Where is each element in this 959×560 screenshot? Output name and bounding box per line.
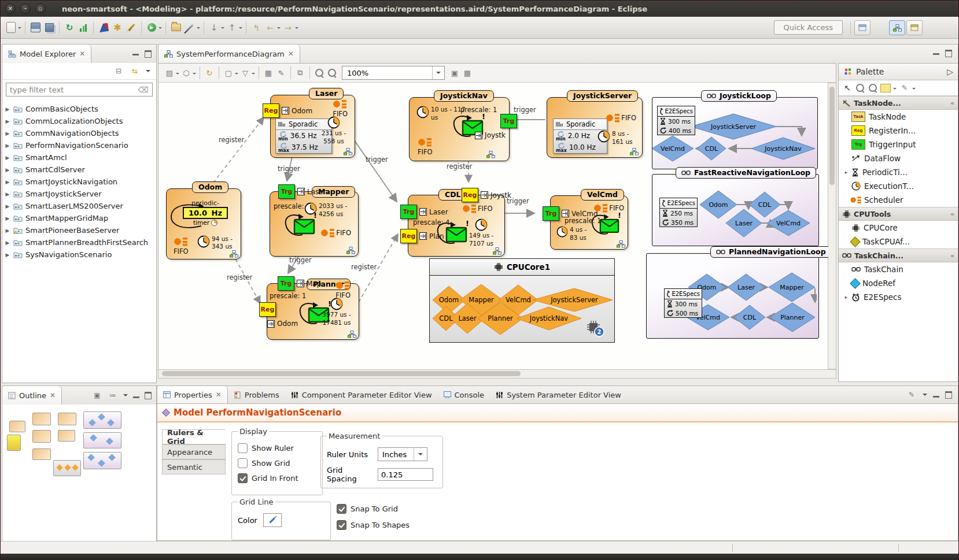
pin-icon[interactable]: «	[950, 99, 954, 107]
forward-icon[interactable]: →	[282, 22, 294, 34]
quick-access-button[interactable]: Quick Access	[774, 20, 843, 35]
expand-icon[interactable]: ▶	[5, 167, 10, 173]
expand-icon[interactable]: ▶	[5, 155, 10, 161]
loop-node-label[interactable]: Mapper	[780, 284, 804, 291]
open-perspective-button[interactable]	[854, 20, 871, 35]
minimize-view-icon[interactable]	[132, 54, 139, 55]
palette-item-periodictimer[interactable]: ▸PeriodicTi...	[839, 165, 958, 179]
subdiagram-icon[interactable]	[346, 247, 355, 254]
tab-rulers-grid[interactable]: Rulers & Grid	[162, 429, 226, 444]
tree-item[interactable]: ▶SmartJoystickNavigation	[5, 176, 156, 188]
scrollbar-thumb[interactable]	[162, 371, 521, 376]
loop-title-tab[interactable]: PlannedNavigationLoop	[710, 246, 829, 258]
outline-tree-icon[interactable]: ≔	[108, 390, 118, 400]
search-input[interactable]: type filter text ⌫	[6, 83, 153, 97]
palette-item-cpucore[interactable]: CPUCore	[839, 221, 958, 235]
subdiagram-icon[interactable]	[348, 331, 356, 338]
refresh-representation-icon[interactable]: ↻	[64, 22, 75, 34]
color-picker-button[interactable]	[263, 513, 282, 527]
zoom-in-icon[interactable]	[314, 68, 324, 78]
mark-icon[interactable]	[184, 22, 196, 34]
tree-item[interactable]: ▶SmartPioneerBaseServer	[5, 224, 156, 236]
cpu-core-container[interactable]: CPUCore1 Odom Mapper VelCmd JoystickServ…	[429, 258, 615, 343]
tree-item[interactable]: ▶CommBasicObjects	[5, 103, 156, 115]
maximize-editor-icon[interactable]	[945, 50, 952, 57]
mark-dropdown-icon[interactable]	[197, 27, 200, 31]
periodic-activation[interactable]: periodic- 10.0Hz timer	[183, 199, 228, 226]
grid-spacing-input[interactable]	[378, 468, 433, 481]
loop-node-label[interactable]: Laser	[737, 284, 755, 291]
filter-dropdown-icon[interactable]	[252, 73, 255, 76]
pin-icon[interactable]: «	[950, 210, 954, 218]
tab-semantic[interactable]: Semantic	[162, 459, 226, 474]
trigger-input-port[interactable]: Trg Map	[278, 276, 321, 291]
expand-icon[interactable]: ▶	[5, 179, 10, 185]
close-icon[interactable]: ✕	[79, 50, 85, 58]
collapse-all-icon[interactable]: ⊟	[113, 66, 124, 76]
tree-item[interactable]: ▶CommNavigationObjects	[5, 127, 156, 139]
maximize-view-icon[interactable]	[145, 392, 152, 399]
palette-item-triggerinput[interactable]: TrgTriggerInput	[839, 138, 958, 151]
import-dropdown-icon[interactable]	[221, 27, 224, 31]
expand-icon[interactable]: ▶	[5, 228, 10, 233]
select-dropdown-icon[interactable]	[193, 73, 196, 76]
snap-to-shapes-checkbox[interactable]: Snap To Shapes	[337, 520, 410, 530]
snap-to-grid-checkbox[interactable]: Snap To Grid	[337, 504, 398, 514]
expand-icon[interactable]: ▸	[843, 294, 849, 300]
filter-icon[interactable]: ▽	[240, 68, 250, 78]
cpu-diamond-label[interactable]: Planner	[488, 314, 513, 322]
task-node-laser[interactable]: Laser Reg Odom FIFO Sporadic min36.5 Hz …	[270, 95, 355, 158]
scrollbar-thumb[interactable]	[829, 87, 835, 185]
save-all-icon[interactable]	[43, 22, 55, 34]
maximize-view-icon[interactable]	[945, 391, 952, 399]
loop-node-label[interactable]: VelCmd	[661, 145, 685, 153]
e2e-specs[interactable]: E2ESpecs 300 ms 400 ms	[657, 106, 695, 135]
palette-header[interactable]: Palette ▷	[839, 64, 958, 80]
snapshot-icon[interactable]: ▣	[449, 68, 460, 78]
palette-group-taskchain[interactable]: TaskChain...«	[839, 249, 958, 262]
cpu-diamond-label[interactable]: JoystickServer	[550, 296, 598, 304]
refresh-diagram-icon[interactable]: ↻	[204, 68, 215, 78]
zoom-in-tool-icon[interactable]	[855, 83, 865, 93]
loop-node-label[interactable]: Planner	[780, 314, 805, 321]
tab-console[interactable]: Console	[438, 386, 490, 403]
tree-item[interactable]: ▶SmartJoystickServer	[5, 188, 156, 200]
perspective-modeling-button[interactable]	[889, 20, 905, 35]
tree-item[interactable]: ▶SmartLaserLMS200Server	[5, 200, 156, 212]
minimize-view-icon[interactable]	[933, 396, 939, 398]
cpu-diamond-label[interactable]: Odom	[439, 296, 459, 304]
collapse-palette-icon[interactable]: ▷	[947, 67, 953, 76]
note-tool-icon[interactable]	[880, 84, 891, 92]
node-title-tab[interactable]: Odom	[192, 181, 228, 193]
new-view-icon[interactable]: ✎	[906, 390, 917, 400]
view-menu-icon[interactable]	[923, 394, 927, 398]
open-icon[interactable]	[170, 22, 182, 34]
palette-item-taskcpuaffinity[interactable]: TaskCPUAf...	[839, 235, 958, 249]
copy-layout-icon[interactable]: ▢	[223, 68, 234, 78]
zoom-dropdown-icon[interactable]	[436, 72, 441, 76]
expand-icon[interactable]: ▶	[5, 106, 10, 112]
grid-icon[interactable]: ▦	[462, 68, 473, 78]
loop-node-label[interactable]: CDL	[743, 314, 757, 321]
palette-item-noderef[interactable]: NodeRef	[839, 276, 958, 290]
minimize-editor-icon[interactable]	[933, 53, 939, 55]
export-image-icon[interactable]: ▦	[263, 68, 274, 78]
sirius-icon[interactable]	[98, 22, 109, 34]
reg-badge[interactable]: Reg	[263, 103, 279, 118]
layout-dropdown-icon[interactable]	[176, 73, 179, 76]
loop-node-label[interactable]: Laser	[735, 220, 753, 227]
subdiagram-icon[interactable]	[486, 151, 495, 158]
show-ruler-checkbox[interactable]: Show Ruler	[238, 443, 316, 453]
tree-item[interactable]: ▶SmartPlannerBreadthFirstSearch	[5, 236, 156, 249]
palette-item-scheduler[interactable]: Scheduler	[839, 193, 958, 207]
node-title-tab[interactable]: JoystickNav	[434, 90, 494, 102]
tree-item[interactable]: ▶SmartMapperGridMap	[5, 212, 156, 224]
show-grid-checkbox[interactable]: Show Grid	[238, 458, 316, 468]
back-dropdown-icon[interactable]	[277, 27, 281, 31]
export-icon[interactable]: ↑	[226, 22, 238, 34]
register-input-port[interactable]: Reg Plan	[400, 229, 444, 243]
task-node-mapper[interactable]: Trg Laser Mapper prescale: 10 ! 2033 us …	[270, 191, 359, 257]
close-window-button[interactable]: ×	[5, 3, 16, 14]
palette-group-tasknode[interactable]: TaskNode...«	[839, 96, 958, 110]
reg-badge[interactable]: Reg	[259, 302, 276, 317]
